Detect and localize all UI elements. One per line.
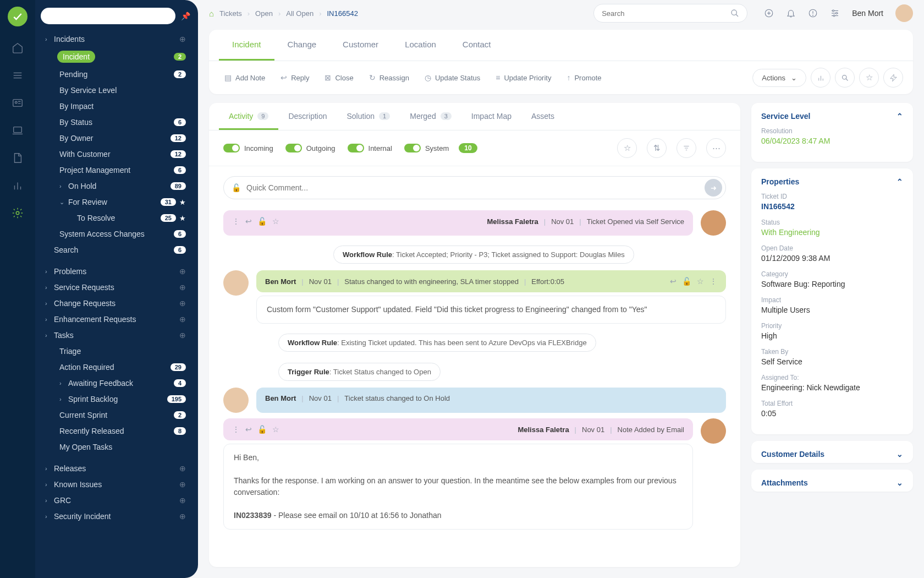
more-icon[interactable]: ⋮ [232, 217, 240, 226]
reply-icon[interactable]: ↩ [245, 217, 252, 226]
activity-tab[interactable]: Solution1 [337, 103, 400, 130]
sidebar-item[interactable]: ⌄For Review31★ [41, 195, 190, 209]
sidebar-item[interactable]: To Resolve25★ [41, 211, 190, 225]
global-search[interactable] [593, 4, 747, 23]
sidebar-item[interactable]: ›Tasks⊕ [41, 328, 190, 342]
sidebar-item[interactable]: Search6 [41, 243, 190, 257]
star-icon[interactable]: ☆ [272, 217, 279, 226]
filter-toggle[interactable]: Internal [348, 144, 392, 152]
sidebar-item[interactable]: My Open Tasks [41, 440, 190, 454]
username[interactable]: Ben Mort [852, 9, 883, 18]
entity-tab[interactable]: Change [274, 30, 330, 61]
priority-button[interactable]: ≡Update Priority [490, 70, 557, 85]
chart-icon[interactable] [811, 68, 831, 88]
sidebar-item[interactable]: ›Known Issues⊕ [41, 477, 190, 492]
sidebar-item[interactable]: Triage [41, 344, 190, 358]
menu-icon[interactable] [12, 69, 24, 81]
sidebar-item[interactable]: ›Incidents⊕ [41, 32, 190, 46]
filter-toggle[interactable]: System [404, 144, 449, 152]
filter-toggle[interactable]: Outgoing [285, 144, 336, 152]
close-button[interactable]: ⊠Close [319, 70, 359, 85]
bolt-icon[interactable] [883, 68, 903, 88]
sidebar-item[interactable]: System Access Changes6 [41, 227, 190, 241]
breadcrumb-item[interactable]: Open [255, 9, 273, 18]
status-button[interactable]: ◷Update Status [419, 70, 486, 85]
lock-icon[interactable]: 🔓 [257, 217, 267, 226]
pin-icon[interactable]: 📌 [181, 12, 190, 20]
note-button[interactable]: ▤Add Note [219, 70, 271, 85]
breadcrumb-item[interactable]: All Open [286, 9, 314, 18]
star-filter-icon[interactable]: ☆ [617, 138, 637, 158]
sidebar-item[interactable]: ›GRC⊕ [41, 493, 190, 508]
sidebar-item[interactable]: ›Sprint Backlog195 [41, 392, 190, 406]
send-button[interactable]: ➜ [705, 179, 722, 197]
entity-tab[interactable]: Customer [329, 30, 392, 61]
bell-icon[interactable] [786, 8, 796, 18]
sidebar-item[interactable]: By Owner12 [41, 131, 190, 145]
sidebar-item[interactable]: By Service Level [41, 83, 190, 97]
alert-icon[interactable] [808, 8, 818, 18]
sidebar-item[interactable]: Project Management6 [41, 163, 190, 177]
document-icon[interactable] [12, 152, 24, 164]
more-icon[interactable]: ⋮ [232, 425, 240, 434]
reassign-button[interactable]: ↻Reassign [364, 70, 415, 85]
reports-icon[interactable] [12, 179, 24, 192]
activity-tab[interactable]: Description [278, 103, 337, 130]
star-icon[interactable]: ☆ [859, 68, 879, 88]
filter-toggle[interactable]: Incoming [223, 144, 273, 152]
panel-toggle[interactable]: Customer Details⌄ [761, 450, 903, 459]
actions-dropdown[interactable]: Actions ⌄ [752, 69, 806, 87]
breadcrumb-item[interactable]: Tickets [219, 9, 242, 18]
search-icon[interactable] [835, 68, 855, 88]
ticket-link[interactable]: IN0233839 [234, 511, 272, 520]
activity-tab[interactable]: Impact Map [461, 103, 521, 130]
more-icon[interactable]: ⋮ [710, 277, 717, 286]
reply-icon[interactable]: ↩ [245, 425, 252, 434]
panel-toggle[interactable]: Attachments⌄ [761, 478, 903, 487]
sidebar-item[interactable]: ›Change Requests⊕ [41, 296, 190, 310]
entity-tab[interactable]: Contact [449, 30, 504, 61]
laptop-icon[interactable] [12, 124, 24, 137]
sidebar-item[interactable]: Incident2 [41, 48, 190, 66]
panel-toggle[interactable]: Service Level⌃ [761, 112, 903, 121]
lock-icon[interactable]: 🔓 [257, 425, 267, 434]
star-icon[interactable]: ☆ [272, 425, 279, 434]
filter-icon[interactable] [676, 138, 696, 158]
entity-tab[interactable]: Incident [219, 30, 274, 61]
sidebar-item[interactable]: ›Releases⊕ [41, 461, 190, 476]
home-icon[interactable] [12, 42, 24, 54]
sidebar-item[interactable]: By Impact [41, 99, 190, 113]
sidebar-search-input[interactable] [41, 8, 175, 24]
sidebar-item[interactable]: ›Awaiting Feedback4 [41, 376, 190, 390]
quick-comment[interactable]: 🔓 ➜ [223, 176, 726, 199]
user-avatar[interactable] [895, 4, 913, 22]
activity-tab[interactable]: Merged3 [400, 103, 461, 130]
panel-toggle[interactable]: Properties⌃ [761, 177, 903, 186]
promote-button[interactable]: ↑Promote [561, 70, 607, 85]
sidebar-item[interactable]: ›Problems⊕ [41, 264, 190, 279]
add-icon[interactable] [764, 8, 774, 18]
sliders-icon[interactable] [830, 8, 840, 18]
lock-icon[interactable]: 🔓 [682, 277, 691, 286]
sidebar-item[interactable]: ›On Hold89 [41, 179, 190, 193]
sort-icon[interactable]: ⇅ [647, 138, 667, 158]
global-search-input[interactable] [602, 9, 730, 18]
search-icon[interactable] [730, 9, 739, 18]
sidebar-item[interactable]: Current Sprint2 [41, 408, 190, 422]
sidebar-item[interactable]: With Customer12 [41, 147, 190, 161]
entity-tab[interactable]: Location [392, 30, 449, 61]
sidebar-item[interactable]: By Status6 [41, 115, 190, 129]
sidebar-item[interactable]: ›Service Requests⊕ [41, 280, 190, 295]
sidebar-item[interactable]: Recently Released8 [41, 424, 190, 438]
sidebar-item[interactable]: ›Security Incident⊕ [41, 509, 190, 524]
star-icon[interactable]: ☆ [697, 277, 704, 286]
activity-tab[interactable]: Assets [521, 103, 564, 130]
activity-tab[interactable]: Activity9 [219, 103, 278, 130]
settings-icon[interactable] [12, 207, 24, 219]
sidebar-item[interactable]: Pending2 [41, 67, 190, 81]
more-icon[interactable]: ⋯ [706, 138, 726, 158]
sidebar-item[interactable]: ›Enhancement Requests⊕ [41, 312, 190, 326]
contact-icon[interactable] [12, 97, 24, 109]
reply-button[interactable]: ↩Reply [275, 70, 315, 85]
breadcrumb-home-icon[interactable]: ⌂ [209, 9, 214, 18]
